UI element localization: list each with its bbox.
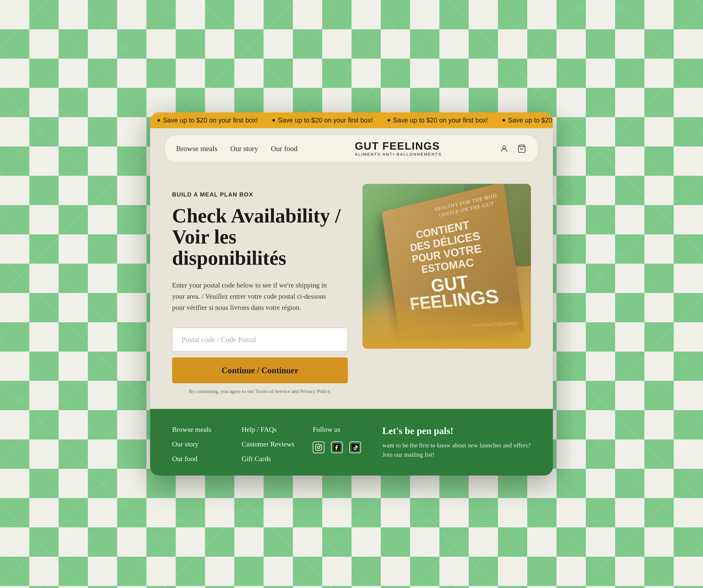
main-content: BUILD A MEAL PLAN BOX Check Availability…: [150, 169, 553, 409]
svg-point-3: [317, 446, 320, 449]
footer-help-faqs[interactable]: Help / FAQs: [242, 425, 294, 433]
svg-point-4: [320, 445, 321, 446]
nav-browse-meals[interactable]: Browse meals: [176, 144, 218, 153]
account-icon[interactable]: [499, 144, 509, 154]
flower-decoration: [363, 297, 531, 349]
nav-center: GUT FEELINGS ALIMENTS ANTI-BALLONNEMENTS: [298, 141, 499, 157]
cart-icon[interactable]: [517, 144, 527, 154]
footer-col-nav: Browse meals Our story Our food: [172, 425, 223, 463]
description-text: Enter your postal code below to see if w…: [172, 280, 329, 313]
logo-subtitle: ALIMENTS ANTI-BALLONNEMENTS: [355, 152, 442, 157]
tiktok-icon[interactable]: [349, 442, 361, 453]
footer-gift-cards[interactable]: Gift Cards: [242, 455, 294, 463]
nav-container: Browse meals Our story Our food GUT FEEL…: [165, 135, 538, 163]
nav-right: [499, 144, 527, 154]
footer-customer-reviews[interactable]: Customer Reviews: [242, 440, 294, 448]
follow-us-title: Follow us: [313, 425, 364, 433]
newsletter-title: Let's be pen pals!: [382, 425, 531, 436]
svg-point-0: [503, 146, 505, 149]
announcement-item-4: Save up to $20 on your first box!: [502, 117, 553, 124]
terms-text: By continuing, you agree to our Terms of…: [172, 388, 348, 394]
left-panel: BUILD A MEAL PLAN BOX Check Availability…: [172, 184, 348, 394]
footer-our-story[interactable]: Our story: [172, 440, 223, 448]
nav-left: Browse meals Our story Our food: [176, 144, 298, 153]
footer-browse-meals[interactable]: Browse meals: [172, 425, 223, 433]
nav-our-food[interactable]: Our food: [271, 144, 298, 153]
social-icons: [313, 442, 364, 453]
box-content-text: CONTIENT DES DÉLICES POUR VOTRE ESTOMAC: [400, 215, 494, 278]
footer-col-help: Help / FAQs Customer Reviews Gift Cards: [242, 425, 294, 463]
continue-button[interactable]: Continue / Continuer: [172, 357, 348, 383]
footer: Browse meals Our story Our food Help / F…: [150, 409, 553, 475]
box-tagline: HEALTHY FOR THE BOD GENTLE ON THE GUT: [434, 192, 498, 220]
header: Browse meals Our story Our food GUT FEEL…: [150, 128, 553, 169]
announcement-item-2: Save up to $20 on your first box!: [272, 117, 373, 124]
facebook-icon[interactable]: [331, 442, 343, 453]
footer-newsletter: Let's be pen pals! want to be the first …: [382, 425, 531, 463]
announcement-item-3: Save up to $20 on your first box!: [388, 117, 488, 124]
right-panel: HEALTHY FOR THE BOD GENTLE ON THE GUT CO…: [363, 184, 531, 349]
main-title: Check Availability / Voir les disponibil…: [172, 205, 348, 269]
logo-main-text: GUT FEELINGS: [355, 141, 442, 151]
instagram-icon[interactable]: [313, 442, 324, 453]
footer-our-food[interactable]: Our food: [172, 455, 223, 463]
browser-window: Save up to $20 on your first box! Save u…: [150, 113, 553, 476]
announcement-bar: Save up to $20 on your first box! Save u…: [150, 113, 553, 128]
product-image: HEALTHY FOR THE BOD GENTLE ON THE GUT CO…: [363, 184, 531, 349]
newsletter-text: want to be the first to know about new l…: [382, 441, 531, 459]
nav-our-story[interactable]: Our story: [230, 144, 258, 153]
footer-col-social: Follow us: [313, 425, 364, 463]
logo[interactable]: GUT FEELINGS ALIMENTS ANTI-BALLONNEMENTS: [355, 141, 442, 157]
svg-rect-2: [315, 444, 321, 450]
build-label: BUILD A MEAL PLAN BOX: [172, 191, 348, 198]
postal-code-input[interactable]: [172, 327, 348, 352]
announcement-item-1: Save up to $20 on your first box!: [157, 117, 258, 124]
